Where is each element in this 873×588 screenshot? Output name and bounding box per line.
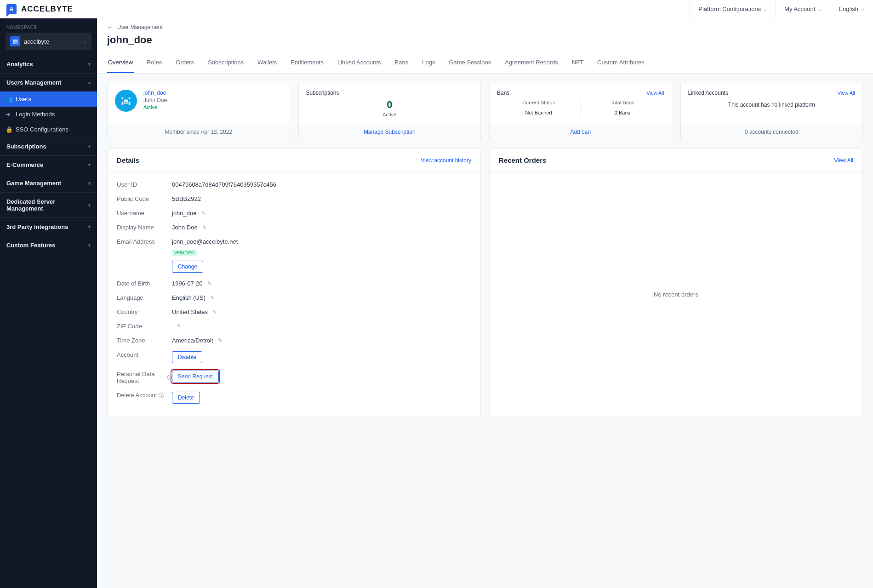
edit-icon[interactable]: ✎ [201, 210, 206, 217]
linked-view-all-link[interactable]: View All [838, 90, 855, 96]
tab-overview[interactable]: Overview [107, 54, 134, 73]
language-value: English (US) [172, 294, 205, 301]
lower-row: Details View account history User ID 004… [107, 148, 863, 417]
member-since: Member since Apr 13, 2022 [108, 124, 290, 140]
country-value: United States [172, 308, 208, 315]
chevron-down-icon: ▾ [88, 181, 91, 186]
view-account-history-link[interactable]: View account history [421, 157, 471, 164]
tab-bans[interactable]: Bans [394, 54, 410, 73]
manage-subscription-link[interactable]: Manage Subscription [364, 129, 416, 135]
timezone-label: Time Zone [117, 337, 172, 344]
sidebar-section-3rd-party[interactable]: 3rd Party Integrations ▾ [0, 217, 97, 236]
tab-orders[interactable]: Orders [175, 54, 195, 73]
chevron-down-icon: ⌄ [764, 6, 767, 11]
sidebar-item-login-methods[interactable]: ➔ Login Methods [0, 107, 97, 122]
profile-display-name: John Doe [143, 97, 167, 103]
sidebar-section-custom-features[interactable]: Custom Features ▾ [0, 236, 97, 254]
sidebar-section-dedicated-server[interactable]: Dedicated Server Management ▾ [0, 192, 97, 217]
tab-entitlements[interactable]: Entitlements [290, 54, 325, 73]
chevron-down-icon: ⌄ [83, 39, 87, 44]
tab-logs[interactable]: Logs [421, 54, 436, 73]
top-header: A ACCELBYTE Platform Configurations ⌄ My… [0, 0, 873, 18]
disable-account-button[interactable]: Disable [172, 351, 202, 363]
send-request-button[interactable]: Send Request [172, 371, 219, 382]
svg-rect-2 [124, 100, 128, 102]
edit-icon[interactable]: ✎ [212, 309, 217, 315]
sidebar-section-game-management[interactable]: Game Management ▾ [0, 174, 97, 192]
details-panel: Details View account history User ID 004… [107, 148, 481, 417]
tab-wallets[interactable]: Wallets [257, 54, 278, 73]
tab-roles[interactable]: Roles [146, 54, 163, 73]
chevron-down-icon: ⌄ [861, 6, 865, 11]
info-icon[interactable]: i [167, 375, 172, 380]
language-menu[interactable]: English ⌄ [830, 0, 873, 18]
tab-linked-accounts[interactable]: Linked Accounts [337, 54, 382, 73]
orders-view-all-link[interactable]: View All [834, 157, 853, 164]
platform-configurations-label: Platform Configurations [698, 6, 761, 12]
subscriptions-label: Active [306, 112, 474, 117]
page-title: john_doe [107, 34, 863, 46]
edit-icon[interactable]: ✎ [177, 323, 181, 329]
current-status-label: Current Status [497, 100, 580, 105]
sidebar-section-users-management[interactable]: Users Management ▴ [0, 73, 97, 91]
subscriptions-count: 0 [306, 99, 474, 111]
profile-status: Active [143, 104, 167, 110]
change-email-button[interactable]: Change [172, 261, 203, 273]
avatar-icon [120, 94, 132, 107]
tab-nft[interactable]: NFT [571, 54, 584, 73]
namespace-label: NAMESPACE [0, 18, 97, 33]
display-name-value: John Doe [172, 224, 198, 231]
sidebar-label: 3rd Party Integrations [6, 223, 68, 230]
email-value: john_doe@accelbyte.net [172, 238, 238, 245]
edit-icon[interactable]: ✎ [207, 280, 212, 287]
orders-empty-text: No recent orders [490, 172, 862, 417]
profile-username[interactable]: john_doe [143, 90, 167, 96]
profile-card: john_doe John Doe Active Member since Ap… [107, 83, 290, 140]
avatar [115, 90, 137, 112]
current-status-value: Not Banned [497, 110, 580, 115]
language-label: English [839, 6, 858, 12]
sidebar-label: Users Management [6, 79, 61, 86]
namespace-selector[interactable]: ▦ accelbyte ⌄ [6, 33, 91, 50]
sidebar-section-subscriptions[interactable]: Subscriptions ▾ [0, 137, 97, 155]
logo-icon: A [6, 4, 17, 14]
namespace-name: accelbyte [24, 38, 80, 45]
bans-card: Bans View All Current Status Not Banned … [489, 83, 672, 140]
subscriptions-title: Subscriptions [306, 90, 474, 96]
sidebar-label: Analytics [6, 61, 33, 68]
my-account-label: My Account [784, 6, 815, 12]
username-value: john_doe [172, 210, 197, 217]
chevron-down-icon: ▾ [88, 62, 91, 67]
account-label: Account [117, 351, 172, 358]
namespace-icon: ▦ [10, 36, 20, 46]
info-icon[interactable]: i [159, 393, 164, 398]
verified-badge: VERIFIED [172, 250, 197, 256]
tab-agreement-records[interactable]: Agreement Records [504, 54, 559, 73]
email-label: Email Address [117, 238, 172, 245]
delete-account-button[interactable]: Delete [172, 392, 200, 404]
sidebar-item-label: SSO Configurations [16, 126, 68, 133]
edit-icon[interactable]: ✎ [218, 337, 223, 344]
sidebar-section-ecommerce[interactable]: E-Commerce ▾ [0, 155, 97, 174]
sidebar-item-users[interactable]: 👥 Users [0, 91, 97, 107]
add-ban-link[interactable]: Add ban [570, 129, 591, 135]
main: ← User Management john_doe Overview Role… [97, 18, 873, 588]
tab-subscriptions[interactable]: Subscriptions [207, 54, 245, 73]
edit-icon[interactable]: ✎ [210, 295, 215, 301]
header-right: Platform Configurations ⌄ My Account ⌄ E… [690, 0, 873, 18]
lock-icon: 🔒 [6, 126, 13, 133]
tab-custom-attributes[interactable]: Custom Attributes [596, 54, 645, 73]
bans-view-all-link[interactable]: View All [646, 90, 664, 96]
platform-configurations-menu[interactable]: Platform Configurations ⌄ [690, 0, 776, 18]
my-account-menu[interactable]: My Account ⌄ [776, 0, 830, 18]
sidebar-item-sso[interactable]: 🔒 SSO Configurations [0, 122, 97, 137]
breadcrumb[interactable]: ← User Management [107, 24, 863, 30]
sidebar-section-analytics[interactable]: Analytics ▾ [0, 55, 97, 73]
details-title: Details [117, 156, 139, 164]
sidebar-label: Custom Features [6, 242, 55, 249]
user-id-value: 00479608a7d84d709f7640359357c456 [172, 181, 276, 188]
tab-game-sessions[interactable]: Game Sessions [448, 54, 492, 73]
login-icon: ➔ [6, 111, 11, 118]
edit-icon[interactable]: ✎ [202, 224, 207, 231]
pdr-label-text: Personal Data Request [117, 371, 165, 384]
